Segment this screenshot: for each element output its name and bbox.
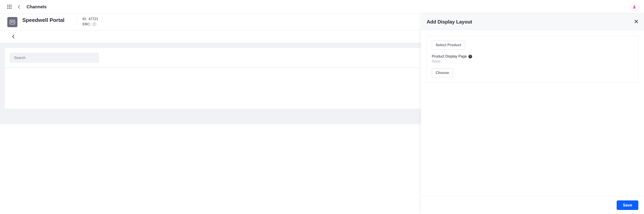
apps-grid-icon[interactable]	[7, 5, 12, 9]
page-title: Speedwell Portal	[22, 17, 64, 23]
display-page-value: None	[432, 60, 633, 64]
help-icon[interactable]: ?	[92, 22, 96, 26]
top-header-left: Channels	[7, 4, 46, 10]
display-page-label-row: Product Display Page ?	[432, 54, 633, 58]
side-panel: Add Display Layout Select Product Produc…	[421, 14, 644, 124]
page-title-wrap: Speedwell Portal	[22, 17, 64, 23]
select-product-button[interactable]: Select Product	[432, 41, 465, 50]
display-page-label: Product Display Page	[432, 54, 467, 58]
page-icon	[7, 17, 18, 27]
panel-body: Select Product Product Display Page ? No…	[421, 30, 644, 124]
top-header: Channels	[0, 0, 644, 14]
choose-button[interactable]: Choose	[432, 68, 453, 77]
panel-header: Add Display Layout	[421, 14, 644, 30]
back-chevron-icon[interactable]	[18, 5, 20, 9]
svg-rect-2	[11, 22, 14, 22]
back-arrow-icon[interactable]	[7, 34, 14, 39]
panel-card: Select Product Product Display Page ? No…	[427, 36, 638, 82]
page-id-row: ID: 47721	[82, 17, 98, 21]
svg-point-3	[13, 21, 14, 22]
page-id-value: 47721	[88, 17, 98, 21]
page-meta: ID: 47721 ERC: ?	[78, 17, 98, 26]
close-icon[interactable]	[634, 20, 638, 24]
breadcrumb-title: Channels	[26, 4, 46, 10]
help-icon[interactable]: ?	[468, 55, 472, 58]
page-erc-row: ERC: ?	[82, 22, 98, 26]
display-page-section: Product Display Page ? None	[432, 54, 633, 64]
panel-title: Add Display Layout	[427, 19, 472, 25]
svg-rect-1	[11, 21, 12, 22]
page-erc-label: ERC:	[82, 22, 91, 26]
choose-section: Choose	[432, 68, 633, 77]
page-id-label: ID:	[82, 17, 87, 21]
search-input[interactable]	[10, 53, 99, 62]
avatar[interactable]	[630, 3, 638, 11]
